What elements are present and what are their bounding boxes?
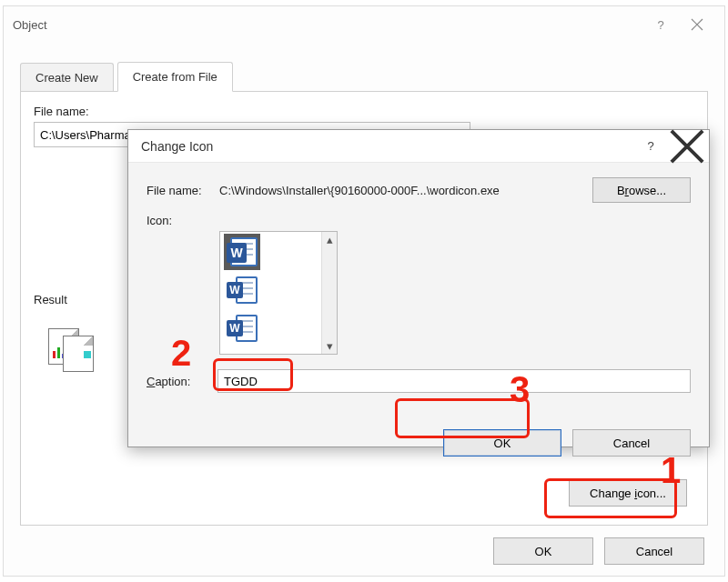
change-icon-footer: OK Cancel <box>128 429 709 457</box>
file-name-label: File name: <box>34 105 694 118</box>
help-button[interactable]: ? <box>632 132 669 161</box>
ok-button[interactable]: OK <box>493 537 593 565</box>
change-icon-titlebar: Change Icon ? <box>128 130 709 163</box>
tab-create-new[interactable]: Create New <box>20 63 114 92</box>
result-preview-icon <box>48 328 99 370</box>
file-name-value: C:\Users\Pharma <box>40 128 131 142</box>
close-icon <box>669 128 705 165</box>
change-icon-dialog: Change Icon ? File name: C:\Windows\Inst… <box>127 129 710 447</box>
word-document-icon: W <box>227 313 258 344</box>
tab-label: Create from File <box>133 70 217 84</box>
caption-label: Caption: <box>147 375 217 388</box>
ci-file-name-label: File name: <box>147 184 210 197</box>
icon-option-word-doc-1[interactable]: W <box>224 272 260 308</box>
object-dialog-footer: OK Cancel <box>493 537 704 565</box>
close-button[interactable] <box>669 132 705 161</box>
help-icon: ? <box>657 18 663 32</box>
close-icon <box>691 18 703 31</box>
ok-label: OK <box>494 436 511 450</box>
change-icon-button[interactable]: Change icon... <box>569 479 687 507</box>
change-icon-title: Change Icon <box>141 139 632 154</box>
tabs-row: Create New Create from File <box>4 43 724 92</box>
caption-value: TGDD <box>224 375 258 388</box>
object-titlebar: Object ? <box>4 6 724 43</box>
word-document-icon: W <box>227 275 258 306</box>
help-icon: ? <box>647 139 653 153</box>
caption-input[interactable]: TGDD <box>217 369 691 393</box>
change-icon-label: Change icon... <box>590 487 666 500</box>
tab-label: Create New <box>35 71 98 85</box>
icon-option-word-large[interactable]: W <box>224 234 260 270</box>
cancel-button[interactable]: Cancel <box>604 537 704 565</box>
tab-create-from-file[interactable]: Create from File <box>117 62 233 92</box>
icon-option-word-doc-2[interactable]: W <box>224 310 260 346</box>
object-title: Object <box>13 18 47 32</box>
close-button[interactable] <box>679 9 715 40</box>
scroll-down-icon[interactable]: ▾ <box>322 338 338 354</box>
icon-list-label: Icon: <box>147 214 210 227</box>
browse-label: Browse... <box>617 184 666 197</box>
ok-label: OK <box>535 545 552 558</box>
icon-list[interactable]: W W W ▴ ▾ <box>219 231 338 355</box>
change-icon-body: File name: C:\Windows\Installer\{9016000… <box>128 163 709 407</box>
ok-button[interactable]: OK <box>443 429 561 457</box>
cancel-label: Cancel <box>613 436 650 450</box>
cancel-label: Cancel <box>636 545 672 558</box>
icon-list-scrollbar[interactable]: ▴ ▾ <box>321 232 337 354</box>
word-icon: W <box>227 236 258 267</box>
ci-file-name-value: C:\Windows\Installer\{90160000-000F...\w… <box>219 184 583 197</box>
scroll-up-icon[interactable]: ▴ <box>322 232 338 247</box>
cancel-button[interactable]: Cancel <box>572 429 691 457</box>
browse-button[interactable]: Browse... <box>592 177 691 203</box>
help-button[interactable]: ? <box>642 9 679 40</box>
